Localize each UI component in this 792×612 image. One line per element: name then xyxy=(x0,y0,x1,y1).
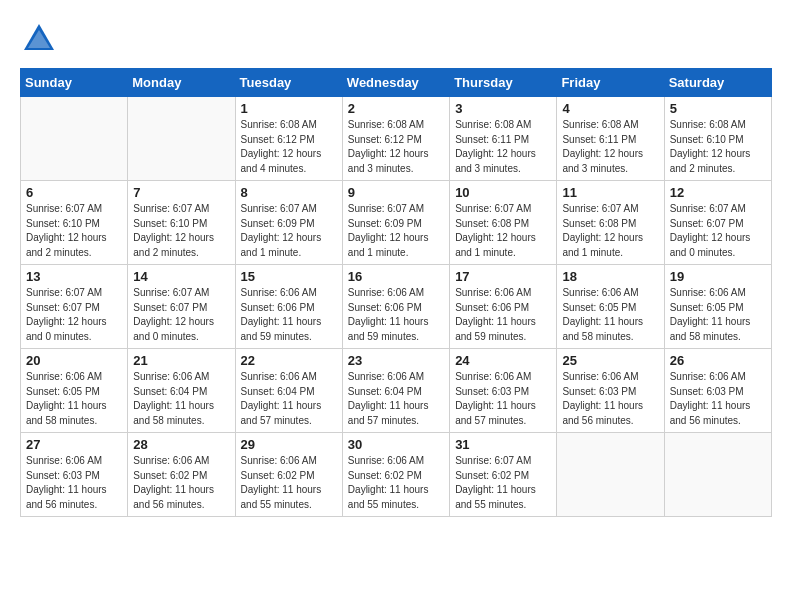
table-row: 6Sunrise: 6:07 AM Sunset: 6:10 PM Daylig… xyxy=(21,181,128,265)
day-number: 27 xyxy=(26,437,122,452)
day-number: 5 xyxy=(670,101,766,116)
table-row: 10Sunrise: 6:07 AM Sunset: 6:08 PM Dayli… xyxy=(450,181,557,265)
table-row: 19Sunrise: 6:06 AM Sunset: 6:05 PM Dayli… xyxy=(664,265,771,349)
day-number: 30 xyxy=(348,437,444,452)
day-number: 23 xyxy=(348,353,444,368)
table-row: 26Sunrise: 6:06 AM Sunset: 6:03 PM Dayli… xyxy=(664,349,771,433)
table-row: 7Sunrise: 6:07 AM Sunset: 6:10 PM Daylig… xyxy=(128,181,235,265)
weekday-header-cell: Sunday xyxy=(21,69,128,97)
day-number: 11 xyxy=(562,185,658,200)
day-info: Sunrise: 6:06 AM Sunset: 6:05 PM Dayligh… xyxy=(670,286,766,344)
day-info: Sunrise: 6:06 AM Sunset: 6:03 PM Dayligh… xyxy=(26,454,122,512)
table-row: 1Sunrise: 6:08 AM Sunset: 6:12 PM Daylig… xyxy=(235,97,342,181)
weekday-header-cell: Thursday xyxy=(450,69,557,97)
day-info: Sunrise: 6:07 AM Sunset: 6:09 PM Dayligh… xyxy=(348,202,444,260)
table-row: 23Sunrise: 6:06 AM Sunset: 6:04 PM Dayli… xyxy=(342,349,449,433)
table-row: 28Sunrise: 6:06 AM Sunset: 6:02 PM Dayli… xyxy=(128,433,235,517)
day-info: Sunrise: 6:07 AM Sunset: 6:07 PM Dayligh… xyxy=(26,286,122,344)
day-info: Sunrise: 6:06 AM Sunset: 6:03 PM Dayligh… xyxy=(562,370,658,428)
day-number: 3 xyxy=(455,101,551,116)
day-info: Sunrise: 6:08 AM Sunset: 6:10 PM Dayligh… xyxy=(670,118,766,176)
weekday-header-cell: Monday xyxy=(128,69,235,97)
calendar-week-row: 20Sunrise: 6:06 AM Sunset: 6:05 PM Dayli… xyxy=(21,349,772,433)
table-row: 17Sunrise: 6:06 AM Sunset: 6:06 PM Dayli… xyxy=(450,265,557,349)
day-info: Sunrise: 6:07 AM Sunset: 6:08 PM Dayligh… xyxy=(562,202,658,260)
day-info: Sunrise: 6:07 AM Sunset: 6:10 PM Dayligh… xyxy=(26,202,122,260)
day-number: 12 xyxy=(670,185,766,200)
day-number: 10 xyxy=(455,185,551,200)
page: SundayMondayTuesdayWednesdayThursdayFrid… xyxy=(0,0,792,527)
day-number: 22 xyxy=(241,353,337,368)
day-number: 8 xyxy=(241,185,337,200)
day-number: 4 xyxy=(562,101,658,116)
day-info: Sunrise: 6:06 AM Sunset: 6:04 PM Dayligh… xyxy=(133,370,229,428)
table-row: 14Sunrise: 6:07 AM Sunset: 6:07 PM Dayli… xyxy=(128,265,235,349)
table-row: 5Sunrise: 6:08 AM Sunset: 6:10 PM Daylig… xyxy=(664,97,771,181)
weekday-header-row: SundayMondayTuesdayWednesdayThursdayFrid… xyxy=(21,69,772,97)
day-info: Sunrise: 6:08 AM Sunset: 6:12 PM Dayligh… xyxy=(241,118,337,176)
calendar-week-row: 6Sunrise: 6:07 AM Sunset: 6:10 PM Daylig… xyxy=(21,181,772,265)
calendar: SundayMondayTuesdayWednesdayThursdayFrid… xyxy=(20,68,772,517)
day-info: Sunrise: 6:06 AM Sunset: 6:06 PM Dayligh… xyxy=(455,286,551,344)
day-info: Sunrise: 6:06 AM Sunset: 6:02 PM Dayligh… xyxy=(133,454,229,512)
table-row: 29Sunrise: 6:06 AM Sunset: 6:02 PM Dayli… xyxy=(235,433,342,517)
day-number: 24 xyxy=(455,353,551,368)
day-info: Sunrise: 6:06 AM Sunset: 6:05 PM Dayligh… xyxy=(26,370,122,428)
table-row: 27Sunrise: 6:06 AM Sunset: 6:03 PM Dayli… xyxy=(21,433,128,517)
day-info: Sunrise: 6:06 AM Sunset: 6:02 PM Dayligh… xyxy=(348,454,444,512)
day-number: 6 xyxy=(26,185,122,200)
table-row: 20Sunrise: 6:06 AM Sunset: 6:05 PM Dayli… xyxy=(21,349,128,433)
table-row: 30Sunrise: 6:06 AM Sunset: 6:02 PM Dayli… xyxy=(342,433,449,517)
day-number: 7 xyxy=(133,185,229,200)
weekday-header-cell: Tuesday xyxy=(235,69,342,97)
day-info: Sunrise: 6:07 AM Sunset: 6:07 PM Dayligh… xyxy=(133,286,229,344)
day-number: 31 xyxy=(455,437,551,452)
table-row: 3Sunrise: 6:08 AM Sunset: 6:11 PM Daylig… xyxy=(450,97,557,181)
table-row: 11Sunrise: 6:07 AM Sunset: 6:08 PM Dayli… xyxy=(557,181,664,265)
day-number: 29 xyxy=(241,437,337,452)
day-number: 14 xyxy=(133,269,229,284)
day-number: 18 xyxy=(562,269,658,284)
day-number: 1 xyxy=(241,101,337,116)
table-row: 22Sunrise: 6:06 AM Sunset: 6:04 PM Dayli… xyxy=(235,349,342,433)
day-info: Sunrise: 6:07 AM Sunset: 6:08 PM Dayligh… xyxy=(455,202,551,260)
table-row: 12Sunrise: 6:07 AM Sunset: 6:07 PM Dayli… xyxy=(664,181,771,265)
weekday-header-cell: Wednesday xyxy=(342,69,449,97)
header xyxy=(20,20,772,58)
day-info: Sunrise: 6:06 AM Sunset: 6:02 PM Dayligh… xyxy=(241,454,337,512)
table-row: 15Sunrise: 6:06 AM Sunset: 6:06 PM Dayli… xyxy=(235,265,342,349)
day-number: 15 xyxy=(241,269,337,284)
day-number: 19 xyxy=(670,269,766,284)
calendar-body: 1Sunrise: 6:08 AM Sunset: 6:12 PM Daylig… xyxy=(21,97,772,517)
day-number: 26 xyxy=(670,353,766,368)
day-info: Sunrise: 6:06 AM Sunset: 6:04 PM Dayligh… xyxy=(241,370,337,428)
table-row: 18Sunrise: 6:06 AM Sunset: 6:05 PM Dayli… xyxy=(557,265,664,349)
table-row xyxy=(664,433,771,517)
day-number: 13 xyxy=(26,269,122,284)
weekday-header-cell: Friday xyxy=(557,69,664,97)
day-info: Sunrise: 6:07 AM Sunset: 6:07 PM Dayligh… xyxy=(670,202,766,260)
day-info: Sunrise: 6:07 AM Sunset: 6:02 PM Dayligh… xyxy=(455,454,551,512)
day-info: Sunrise: 6:06 AM Sunset: 6:05 PM Dayligh… xyxy=(562,286,658,344)
table-row xyxy=(21,97,128,181)
logo-icon xyxy=(20,20,58,58)
day-info: Sunrise: 6:08 AM Sunset: 6:11 PM Dayligh… xyxy=(455,118,551,176)
day-info: Sunrise: 6:07 AM Sunset: 6:09 PM Dayligh… xyxy=(241,202,337,260)
table-row: 31Sunrise: 6:07 AM Sunset: 6:02 PM Dayli… xyxy=(450,433,557,517)
day-number: 20 xyxy=(26,353,122,368)
day-number: 21 xyxy=(133,353,229,368)
table-row: 24Sunrise: 6:06 AM Sunset: 6:03 PM Dayli… xyxy=(450,349,557,433)
table-row xyxy=(557,433,664,517)
day-info: Sunrise: 6:06 AM Sunset: 6:06 PM Dayligh… xyxy=(241,286,337,344)
calendar-week-row: 13Sunrise: 6:07 AM Sunset: 6:07 PM Dayli… xyxy=(21,265,772,349)
day-number: 16 xyxy=(348,269,444,284)
day-info: Sunrise: 6:06 AM Sunset: 6:04 PM Dayligh… xyxy=(348,370,444,428)
weekday-header-cell: Saturday xyxy=(664,69,771,97)
table-row: 16Sunrise: 6:06 AM Sunset: 6:06 PM Dayli… xyxy=(342,265,449,349)
table-row xyxy=(128,97,235,181)
calendar-week-row: 27Sunrise: 6:06 AM Sunset: 6:03 PM Dayli… xyxy=(21,433,772,517)
day-number: 17 xyxy=(455,269,551,284)
day-info: Sunrise: 6:07 AM Sunset: 6:10 PM Dayligh… xyxy=(133,202,229,260)
day-info: Sunrise: 6:08 AM Sunset: 6:12 PM Dayligh… xyxy=(348,118,444,176)
logo xyxy=(20,20,62,58)
